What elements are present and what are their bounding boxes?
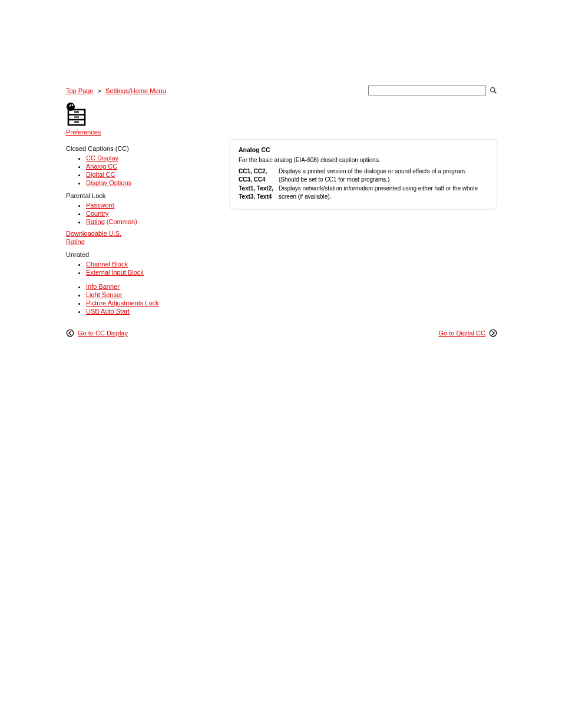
svg-line-1 (494, 91, 496, 93)
nav-downloadable-rating[interactable]: Rating (66, 238, 213, 245)
content-card: Analog CC For the basic analog (EIA-608)… (230, 139, 497, 209)
card-row2-desc: Displays network/station information pre… (279, 185, 488, 202)
nav-cc-display[interactable]: CC Display (86, 154, 118, 162)
nav-light-sensor[interactable]: Light Sensor (86, 291, 123, 298)
nav-picture-adj-lock[interactable]: Picture Adjustments Lock (86, 299, 159, 307)
preferences-icon (66, 103, 87, 127)
nav-rating-suffix: (Common) (107, 218, 137, 225)
svg-point-12 (490, 330, 496, 336)
preferences-icon-block: Preferences (66, 103, 497, 136)
nav-info-banner[interactable]: Info Banner (86, 283, 120, 290)
nav-downloadable-us[interactable]: Downloadable U.S. (66, 230, 213, 237)
nav-analog-cc[interactable]: Analog CC (86, 163, 117, 170)
nav-group-closed-captions: Closed Captions (CC) (66, 145, 213, 152)
nav-country[interactable]: Country (86, 210, 109, 217)
breadcrumb: Top Page > Settings/Home Menu (66, 87, 166, 94)
breadcrumb-section[interactable]: Settings/Home Menu (105, 87, 166, 94)
nav-group-parental-lock: Parental Lock (66, 192, 213, 199)
nav-password[interactable]: Password (86, 202, 114, 209)
search-icon[interactable] (490, 87, 497, 94)
card-row1-desc: Displays a printed version of the dialog… (279, 167, 488, 185)
pager-prev[interactable]: Go to CC Display (78, 330, 128, 337)
search-input[interactable] (368, 85, 486, 95)
card-subtitle: For the basic analog (EIA-608) closed ca… (239, 156, 488, 165)
arrow-left-icon (66, 329, 74, 337)
nav-display-options[interactable]: Display Options (86, 179, 131, 186)
svg-point-4 (72, 104, 74, 106)
card-row2-term: Text1, Text2, Text3, Text4 (239, 185, 274, 202)
card-row1-term: CC1, CC2, CC3, CC4 (239, 167, 274, 185)
search-container (368, 85, 497, 95)
pager-next[interactable]: Go to Digital CC (439, 330, 485, 337)
svg-point-0 (491, 88, 495, 92)
nav-digital-cc[interactable]: Digital CC (86, 171, 115, 178)
nav-external-input-block[interactable]: External Input Block (86, 269, 144, 276)
card-title: Analog CC (239, 146, 488, 154)
arrow-right-icon (489, 329, 497, 337)
svg-point-11 (67, 330, 73, 336)
breadcrumb-top[interactable]: Top Page (66, 87, 93, 94)
nav-group-unrated: Unrated (66, 251, 213, 258)
nav-channel-block[interactable]: Channel Block (86, 261, 128, 268)
preferences-link[interactable]: Preferences (66, 129, 497, 136)
nav-usb-auto-start[interactable]: USB Auto Start (86, 308, 130, 315)
breadcrumb-sep: > (98, 87, 101, 94)
pager: Go to CC Display Go to Digital CC (66, 329, 497, 337)
nav-rating[interactable]: Rating (86, 218, 105, 225)
sidebar-nav: Closed Captions (CC) CC Display Analog C… (66, 139, 213, 319)
